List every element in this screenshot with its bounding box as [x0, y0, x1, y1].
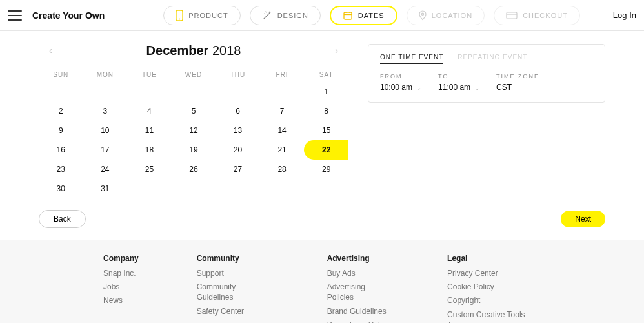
wand-icon [262, 10, 272, 21]
calendar-day [216, 82, 260, 101]
day-header: THU [216, 67, 260, 82]
calendar-day[interactable]: 30 [39, 179, 83, 198]
footer-link[interactable]: Custom Creative Tools Terms [447, 309, 541, 323]
calendar-day[interactable]: 6 [216, 101, 260, 121]
calendar-day [127, 82, 172, 101]
footer-heading: Company [103, 254, 139, 263]
day-header: MON [83, 67, 128, 82]
calendar-day[interactable]: 20 [216, 140, 260, 160]
calendar-day[interactable]: 29 [304, 160, 348, 179]
to-value: 11:00 am [438, 83, 470, 92]
from-value: 10:00 am [380, 83, 412, 92]
tz-value: CST [496, 83, 512, 92]
footer-company: Company Snap Inc.JobsNews [103, 254, 139, 323]
day-header: SUN [39, 67, 83, 82]
footer-legal: Legal Privacy CenterCookie PolicyCopyrig… [447, 254, 541, 323]
login-link[interactable]: Log In [613, 10, 636, 20]
calendar-day [260, 82, 305, 101]
calendar-day[interactable]: 16 [39, 140, 83, 160]
calendar-day[interactable]: 26 [172, 160, 216, 179]
tab-repeating[interactable]: REPEATING EVENT [458, 54, 527, 64]
back-button[interactable]: Back [39, 210, 86, 228]
calendar-day[interactable]: 3 [83, 101, 128, 121]
event-panel-wrap: ONE TIME EVENT REPEATING EVENT FROM 10:0… [368, 43, 605, 198]
calendar-day[interactable]: 7 [260, 101, 305, 121]
step-checkout: CHECKOUT [494, 6, 580, 25]
from-label: FROM [380, 73, 421, 79]
calendar-day[interactable]: 24 [83, 160, 128, 179]
card-icon [506, 12, 518, 19]
step-design[interactable]: DESIGN [250, 6, 321, 25]
prev-month-button[interactable]: ‹ [43, 43, 59, 58]
day-header: TUE [127, 67, 172, 82]
calendar-day [83, 82, 128, 101]
calendar-day[interactable]: 17 [83, 140, 128, 160]
calendar-day[interactable]: 25 [127, 160, 172, 179]
to-field[interactable]: TO 11:00 am⌄ [438, 73, 479, 92]
to-label: TO [438, 73, 479, 79]
calendar: ‹ December 2018 › SUNMONTUEWEDTHUFRISAT … [39, 43, 348, 198]
step-product[interactable]: PRODUCT [163, 6, 240, 25]
footer-link[interactable]: Brand Guidelines [327, 306, 389, 317]
calendar-icon [343, 10, 353, 21]
calendar-day[interactable]: 12 [172, 121, 216, 140]
tz-label: TIME ZONE [496, 73, 539, 79]
menu-icon[interactable] [8, 10, 22, 21]
calendar-day[interactable]: 1 [304, 82, 348, 101]
calendar-title: December 2018 [146, 43, 241, 58]
footer-advertising: Advertising Buy AdsAdvertising PoliciesB… [327, 254, 389, 323]
footer-link[interactable]: Buy Ads [327, 268, 389, 278]
footer-link[interactable]: Snap Inc. [103, 268, 139, 278]
calendar-day[interactable]: 2 [39, 101, 83, 121]
footer-link[interactable]: Privacy Center [447, 268, 541, 278]
calendar-day[interactable]: 19 [172, 140, 216, 160]
calendar-day[interactable]: 14 [260, 121, 305, 140]
footer-link[interactable]: Support [197, 268, 269, 278]
app-title: Create Your Own [32, 10, 105, 21]
calendar-day[interactable]: 22 [304, 140, 348, 160]
calendar-day[interactable]: 15 [304, 121, 348, 140]
calendar-day[interactable]: 5 [172, 101, 216, 121]
calendar-day[interactable]: 11 [127, 121, 172, 140]
footer-link[interactable]: Jobs [103, 282, 139, 292]
footer-link[interactable]: Safety Center [197, 306, 269, 317]
step-nav: PRODUCT DESIGN DATES LOCATION CHECKOUT [137, 6, 607, 25]
from-field[interactable]: FROM 10:00 am⌄ [380, 73, 421, 92]
calendar-day[interactable]: 9 [39, 121, 83, 140]
chevron-down-icon: ⌄ [474, 84, 479, 91]
tab-one-time[interactable]: ONE TIME EVENT [380, 54, 443, 64]
svg-rect-7 [507, 12, 517, 19]
svg-point-6 [421, 13, 423, 15]
next-month-button[interactable]: › [328, 43, 345, 58]
calendar-day[interactable]: 27 [216, 160, 260, 179]
timezone-field[interactable]: TIME ZONE CST [496, 73, 539, 92]
calendar-day[interactable]: 10 [83, 121, 128, 140]
calendar-grid: SUNMONTUEWEDTHUFRISAT 123456789101112131… [39, 67, 348, 198]
calendar-day[interactable]: 18 [127, 140, 172, 160]
step-label: DESIGN [277, 12, 308, 19]
footer-link[interactable]: Copyright [447, 295, 541, 306]
footer: Company Snap Inc.JobsNews Community Supp… [0, 240, 644, 323]
calendar-day[interactable]: 4 [127, 101, 172, 121]
calendar-day[interactable]: 21 [260, 140, 305, 160]
step-label: PRODUCT [188, 12, 228, 19]
chevron-down-icon: ⌄ [416, 84, 421, 91]
calendar-day[interactable]: 13 [216, 121, 260, 140]
calendar-day[interactable]: 8 [304, 101, 348, 121]
step-dates[interactable]: DATES [330, 6, 397, 25]
footer-link[interactable]: Promotions Rules [327, 320, 389, 323]
footer-link[interactable]: Community Guidelines [197, 282, 269, 302]
event-tabs: ONE TIME EVENT REPEATING EVENT [380, 54, 593, 64]
footer-community: Community SupportCommunity GuidelinesSaf… [197, 254, 269, 323]
footer-link[interactable]: Advertising Policies [327, 282, 389, 302]
step-location: LOCATION [407, 6, 485, 25]
footer-heading: Community [197, 254, 269, 263]
next-button[interactable]: Next [561, 211, 605, 227]
calendar-day [172, 82, 216, 101]
calendar-day[interactable]: 23 [39, 160, 83, 179]
calendar-day[interactable]: 28 [260, 160, 305, 179]
footer-link[interactable]: News [103, 295, 139, 306]
footer-link[interactable]: Cookie Policy [447, 282, 541, 292]
calendar-day[interactable]: 31 [83, 179, 128, 198]
calendar-day [216, 179, 260, 198]
